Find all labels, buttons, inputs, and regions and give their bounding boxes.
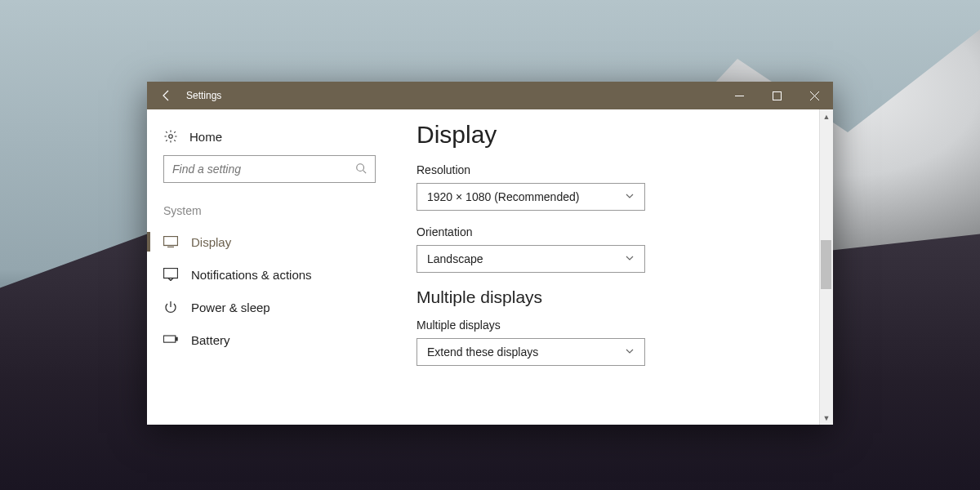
resolution-label: Resolution — [416, 163, 808, 176]
orientation-label: Orientation — [416, 225, 808, 238]
settings-window: Settings Home — [147, 82, 833, 425]
title-bar: Settings — [147, 82, 833, 109]
maximize-button[interactable] — [758, 82, 795, 109]
search-box[interactable] — [163, 155, 376, 183]
sidebar-item-battery[interactable]: Battery — [147, 323, 392, 356]
home-link[interactable]: Home — [147, 122, 392, 155]
multiple-displays-label: Multiple displays — [416, 318, 808, 332]
multiple-displays-heading: Multiple displays — [416, 287, 808, 307]
scroll-thumb[interactable] — [821, 240, 831, 289]
orientation-select[interactable]: Landscape — [416, 245, 645, 273]
multiple-displays-select[interactable]: Extend these displays — [416, 338, 645, 366]
svg-rect-5 — [163, 336, 175, 342]
sidebar-item-power[interactable]: Power & sleep — [147, 291, 392, 323]
power-icon — [163, 300, 178, 314]
sidebar-item-label: Power & sleep — [191, 301, 270, 314]
sidebar-group-label: System — [147, 199, 392, 225]
chevron-down-icon — [625, 252, 635, 265]
sidebar-item-notifications[interactable]: Notifications & actions — [147, 258, 392, 291]
svg-rect-0 — [773, 91, 781, 100]
sidebar-item-label: Notifications & actions — [191, 268, 312, 282]
display-icon — [163, 234, 178, 249]
gear-icon — [163, 129, 178, 144]
search-icon — [355, 163, 367, 176]
svg-rect-3 — [164, 237, 178, 246]
minimize-button[interactable] — [720, 82, 758, 109]
chevron-down-icon — [625, 345, 635, 359]
notifications-icon — [163, 267, 178, 282]
battery-icon — [163, 332, 178, 347]
svg-point-2 — [357, 163, 364, 171]
sidebar-item-display[interactable]: Display — [147, 225, 392, 258]
multiple-displays-value: Extend these displays — [427, 345, 538, 359]
svg-point-1 — [169, 135, 173, 139]
chevron-down-icon — [625, 190, 635, 203]
sidebar-item-label: Battery — [191, 333, 230, 347]
vertical-scrollbar[interactable]: ▲ ▼ — [819, 109, 833, 425]
scroll-up-button[interactable]: ▲ — [820, 109, 833, 123]
orientation-value: Landscape — [427, 252, 483, 265]
page-heading: Display — [416, 121, 808, 149]
home-label: Home — [189, 130, 222, 144]
back-button[interactable] — [147, 82, 186, 109]
content-pane: Display Resolution 1920 × 1080 (Recommen… — [392, 109, 833, 425]
scroll-down-button[interactable]: ▼ — [820, 411, 833, 425]
sidebar-item-label: Display — [191, 235, 231, 249]
resolution-value: 1920 × 1080 (Recommended) — [427, 190, 579, 203]
close-button[interactable] — [795, 82, 833, 109]
svg-rect-4 — [164, 269, 178, 278]
svg-rect-6 — [176, 337, 177, 341]
sidebar: Home System — [147, 109, 392, 425]
search-input[interactable] — [172, 163, 336, 176]
resolution-select[interactable]: 1920 × 1080 (Recommended) — [416, 183, 645, 211]
window-title: Settings — [186, 90, 221, 101]
